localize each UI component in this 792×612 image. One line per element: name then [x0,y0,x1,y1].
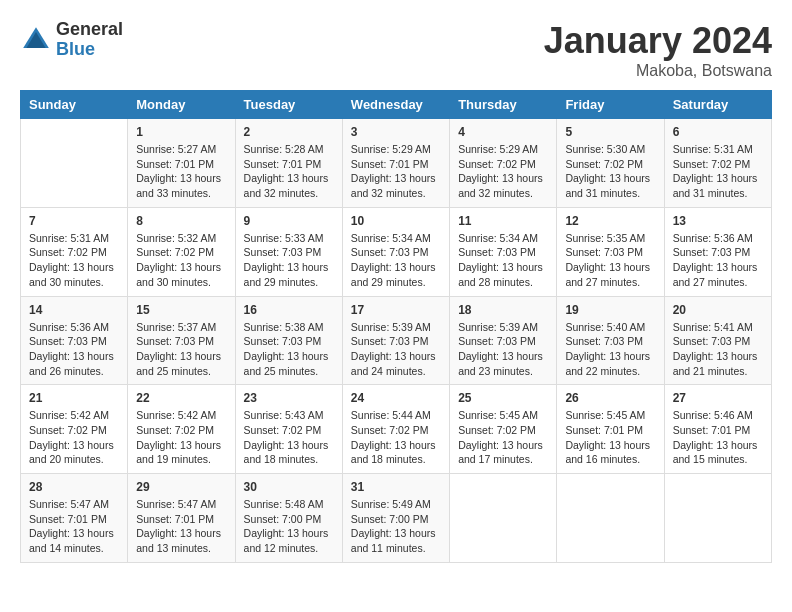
page-header: General Blue January 2024 Makoba, Botswa… [20,20,772,80]
day-info: Sunrise: 5:29 AMSunset: 7:01 PMDaylight:… [351,142,441,201]
day-number: 11 [458,214,548,228]
logo: General Blue [20,20,123,60]
day-info: Sunrise: 5:27 AMSunset: 7:01 PMDaylight:… [136,142,226,201]
calendar-cell: 13Sunrise: 5:36 AMSunset: 7:03 PMDayligh… [664,207,771,296]
calendar-header-thursday: Thursday [450,91,557,119]
day-number: 19 [565,303,655,317]
day-info: Sunrise: 5:29 AMSunset: 7:02 PMDaylight:… [458,142,548,201]
day-number: 29 [136,480,226,494]
day-info: Sunrise: 5:30 AMSunset: 7:02 PMDaylight:… [565,142,655,201]
calendar-cell: 3Sunrise: 5:29 AMSunset: 7:01 PMDaylight… [342,119,449,208]
day-info: Sunrise: 5:41 AMSunset: 7:03 PMDaylight:… [673,320,763,379]
day-info: Sunrise: 5:49 AMSunset: 7:00 PMDaylight:… [351,497,441,556]
day-info: Sunrise: 5:28 AMSunset: 7:01 PMDaylight:… [244,142,334,201]
day-info: Sunrise: 5:32 AMSunset: 7:02 PMDaylight:… [136,231,226,290]
day-number: 15 [136,303,226,317]
day-number: 14 [29,303,119,317]
calendar-header-monday: Monday [128,91,235,119]
calendar-cell: 27Sunrise: 5:46 AMSunset: 7:01 PMDayligh… [664,385,771,474]
day-info: Sunrise: 5:43 AMSunset: 7:02 PMDaylight:… [244,408,334,467]
day-number: 24 [351,391,441,405]
day-number: 3 [351,125,441,139]
calendar-cell [557,474,664,563]
calendar-cell: 22Sunrise: 5:42 AMSunset: 7:02 PMDayligh… [128,385,235,474]
calendar-cell: 4Sunrise: 5:29 AMSunset: 7:02 PMDaylight… [450,119,557,208]
logo-blue-text: Blue [56,40,123,60]
day-number: 12 [565,214,655,228]
calendar-cell: 19Sunrise: 5:40 AMSunset: 7:03 PMDayligh… [557,296,664,385]
day-info: Sunrise: 5:31 AMSunset: 7:02 PMDaylight:… [673,142,763,201]
day-info: Sunrise: 5:34 AMSunset: 7:03 PMDaylight:… [351,231,441,290]
day-info: Sunrise: 5:45 AMSunset: 7:01 PMDaylight:… [565,408,655,467]
logo-icon [20,24,52,56]
calendar-cell: 18Sunrise: 5:39 AMSunset: 7:03 PMDayligh… [450,296,557,385]
calendar-cell: 20Sunrise: 5:41 AMSunset: 7:03 PMDayligh… [664,296,771,385]
day-number: 10 [351,214,441,228]
calendar-cell: 23Sunrise: 5:43 AMSunset: 7:02 PMDayligh… [235,385,342,474]
calendar-cell: 8Sunrise: 5:32 AMSunset: 7:02 PMDaylight… [128,207,235,296]
day-info: Sunrise: 5:47 AMSunset: 7:01 PMDaylight:… [29,497,119,556]
calendar-header-row: SundayMondayTuesdayWednesdayThursdayFrid… [21,91,772,119]
day-number: 6 [673,125,763,139]
day-number: 1 [136,125,226,139]
calendar-cell: 28Sunrise: 5:47 AMSunset: 7:01 PMDayligh… [21,474,128,563]
day-number: 21 [29,391,119,405]
logo-general-text: General [56,20,123,40]
calendar-week-row: 14Sunrise: 5:36 AMSunset: 7:03 PMDayligh… [21,296,772,385]
day-number: 20 [673,303,763,317]
day-number: 8 [136,214,226,228]
day-number: 18 [458,303,548,317]
calendar-cell: 24Sunrise: 5:44 AMSunset: 7:02 PMDayligh… [342,385,449,474]
day-info: Sunrise: 5:40 AMSunset: 7:03 PMDaylight:… [565,320,655,379]
day-number: 28 [29,480,119,494]
calendar-table: SundayMondayTuesdayWednesdayThursdayFrid… [20,90,772,563]
day-number: 26 [565,391,655,405]
day-info: Sunrise: 5:37 AMSunset: 7:03 PMDaylight:… [136,320,226,379]
calendar-cell: 25Sunrise: 5:45 AMSunset: 7:02 PMDayligh… [450,385,557,474]
calendar-cell [664,474,771,563]
day-number: 7 [29,214,119,228]
calendar-week-row: 28Sunrise: 5:47 AMSunset: 7:01 PMDayligh… [21,474,772,563]
calendar-cell: 11Sunrise: 5:34 AMSunset: 7:03 PMDayligh… [450,207,557,296]
calendar-cell: 16Sunrise: 5:38 AMSunset: 7:03 PMDayligh… [235,296,342,385]
calendar-cell [21,119,128,208]
calendar-cell: 7Sunrise: 5:31 AMSunset: 7:02 PMDaylight… [21,207,128,296]
month-title: January 2024 [544,20,772,62]
calendar-header-friday: Friday [557,91,664,119]
day-info: Sunrise: 5:36 AMSunset: 7:03 PMDaylight:… [673,231,763,290]
day-info: Sunrise: 5:44 AMSunset: 7:02 PMDaylight:… [351,408,441,467]
calendar-cell: 31Sunrise: 5:49 AMSunset: 7:00 PMDayligh… [342,474,449,563]
day-info: Sunrise: 5:39 AMSunset: 7:03 PMDaylight:… [351,320,441,379]
day-number: 4 [458,125,548,139]
calendar-week-row: 1Sunrise: 5:27 AMSunset: 7:01 PMDaylight… [21,119,772,208]
calendar-cell: 14Sunrise: 5:36 AMSunset: 7:03 PMDayligh… [21,296,128,385]
title-block: January 2024 Makoba, Botswana [544,20,772,80]
calendar-header-wednesday: Wednesday [342,91,449,119]
calendar-header-tuesday: Tuesday [235,91,342,119]
calendar-cell [450,474,557,563]
calendar-cell: 26Sunrise: 5:45 AMSunset: 7:01 PMDayligh… [557,385,664,474]
location-title: Makoba, Botswana [544,62,772,80]
day-info: Sunrise: 5:47 AMSunset: 7:01 PMDaylight:… [136,497,226,556]
day-info: Sunrise: 5:33 AMSunset: 7:03 PMDaylight:… [244,231,334,290]
calendar-week-row: 21Sunrise: 5:42 AMSunset: 7:02 PMDayligh… [21,385,772,474]
calendar-header-saturday: Saturday [664,91,771,119]
calendar-header-sunday: Sunday [21,91,128,119]
day-number: 5 [565,125,655,139]
day-number: 30 [244,480,334,494]
day-info: Sunrise: 5:31 AMSunset: 7:02 PMDaylight:… [29,231,119,290]
day-number: 23 [244,391,334,405]
calendar-cell: 2Sunrise: 5:28 AMSunset: 7:01 PMDaylight… [235,119,342,208]
day-number: 25 [458,391,548,405]
calendar-week-row: 7Sunrise: 5:31 AMSunset: 7:02 PMDaylight… [21,207,772,296]
calendar-cell: 17Sunrise: 5:39 AMSunset: 7:03 PMDayligh… [342,296,449,385]
calendar-cell: 6Sunrise: 5:31 AMSunset: 7:02 PMDaylight… [664,119,771,208]
day-number: 27 [673,391,763,405]
calendar-cell: 21Sunrise: 5:42 AMSunset: 7:02 PMDayligh… [21,385,128,474]
day-info: Sunrise: 5:34 AMSunset: 7:03 PMDaylight:… [458,231,548,290]
calendar-cell: 10Sunrise: 5:34 AMSunset: 7:03 PMDayligh… [342,207,449,296]
day-number: 9 [244,214,334,228]
day-number: 13 [673,214,763,228]
calendar-cell: 12Sunrise: 5:35 AMSunset: 7:03 PMDayligh… [557,207,664,296]
day-info: Sunrise: 5:45 AMSunset: 7:02 PMDaylight:… [458,408,548,467]
